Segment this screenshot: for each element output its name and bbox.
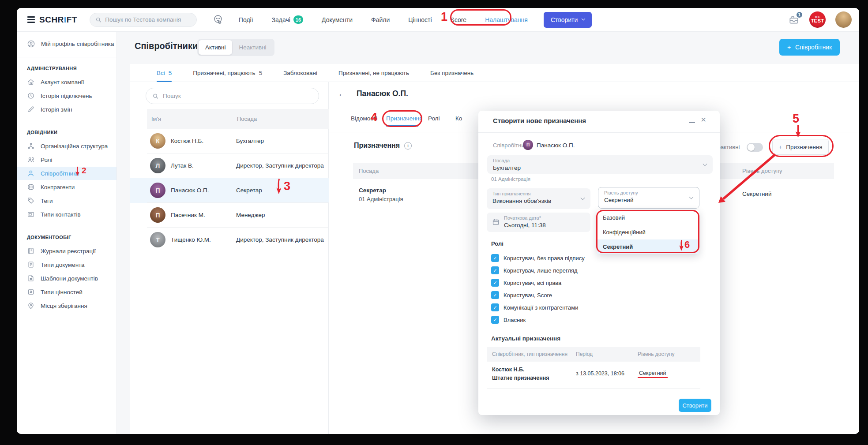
- company-brand-badge[interactable]: THE TEST: [809, 11, 826, 28]
- access-level-select[interactable]: Рівень доступу Секретний: [598, 187, 699, 209]
- sidebar-item-tags[interactable]: Теги: [17, 194, 116, 207]
- dropdown-option-confidential[interactable]: Конфіденційний: [597, 225, 699, 239]
- employee-search-input[interactable]: [163, 93, 312, 99]
- sidebar-item-roles[interactable]: Ролі: [17, 153, 116, 166]
- info-icon[interactable]: i: [404, 142, 412, 150]
- search-icon: [152, 93, 159, 100]
- employee-list-panel: Ім'я Посада К Костюк Н.Б. Бухгалтер Л Лу…: [130, 82, 329, 434]
- assignments-section-title: Призначення i: [354, 142, 412, 150]
- plus-icon: +: [787, 44, 791, 51]
- tab-blocked[interactable]: Заблоковані: [283, 64, 317, 82]
- close-icon[interactable]: ×: [701, 114, 706, 125]
- access-level-dropdown: Базовий Конфіденційний Секретний: [597, 210, 699, 254]
- employee-row[interactable]: Т Тищенко Ю.М. Директор, Заступник дирек…: [130, 228, 329, 252]
- modal-title: Створити нове призначення: [493, 117, 586, 124]
- sidebar-item-org-structure[interactable]: Організаційна структура: [17, 139, 116, 153]
- start-date-field[interactable]: Початкова дата* Сьогодні, 11:38: [487, 213, 590, 232]
- create-button[interactable]: Створити: [544, 12, 592, 28]
- checkbox-checked-icon[interactable]: ✓: [491, 316, 499, 324]
- sidebar-item-connection-history[interactable]: Історія підключень: [17, 89, 116, 102]
- segment-active[interactable]: Активні: [199, 40, 232, 55]
- plus-icon: +: [778, 144, 782, 150]
- dropdown-option-secret[interactable]: Секретний: [597, 239, 699, 254]
- role-checkbox-row[interactable]: ✓ Власник: [491, 316, 526, 324]
- app-logo[interactable]: SCHRIFT: [39, 15, 77, 25]
- top-navbar: SCHRIFT Події Задачі16 Документи Файли Ц…: [17, 8, 859, 32]
- employee-row[interactable]: Л Лутак В. Директор, Заступник директора: [130, 153, 329, 178]
- avatar: П: [523, 140, 533, 150]
- submit-create-button[interactable]: Створити: [679, 399, 711, 412]
- sidebar-item-storage-locations[interactable]: Місця зберігання: [17, 299, 116, 312]
- support-chat-icon[interactable]: [213, 14, 224, 25]
- inactive-toggle[interactable]: [747, 143, 763, 152]
- inbox-tray-icon[interactable]: 1: [788, 14, 800, 26]
- user-avatar[interactable]: [835, 11, 852, 28]
- segment-inactive[interactable]: Неактивні: [232, 40, 273, 55]
- toggle-knob: [748, 144, 755, 151]
- minimize-icon[interactable]: [689, 122, 695, 123]
- navbar-right: 1 THE TEST: [788, 11, 852, 28]
- dropdown-option-basic[interactable]: Базовий: [597, 210, 699, 225]
- role-checkbox-row[interactable]: ✓ Комунікації з контрагентами: [491, 303, 579, 311]
- checkbox-checked-icon[interactable]: ✓: [491, 266, 499, 274]
- roles-label: Ролі: [491, 240, 504, 247]
- sidebar-item-employees[interactable]: Співробітники: [17, 167, 116, 180]
- add-employee-button[interactable]: + Співробітник: [779, 39, 840, 56]
- journal-icon: [27, 247, 35, 255]
- position-select[interactable]: Посада Бухгалтер: [487, 155, 713, 174]
- location-pin-icon: [27, 302, 35, 310]
- role-checkbox-row[interactable]: ✓ Користувач, Score: [491, 291, 552, 299]
- active-tab-underline: [386, 125, 418, 127]
- nav-item-documents[interactable]: Документи: [322, 16, 353, 23]
- checkbox-checked-icon[interactable]: ✓: [491, 303, 499, 311]
- sidebar-item-registration-journals[interactable]: Журнали реєстрації: [17, 244, 116, 258]
- sidebar-item-counterparties[interactable]: Контрагенти: [17, 180, 116, 194]
- global-search-input[interactable]: [105, 16, 191, 23]
- sidebar-item-document-templates[interactable]: Шаблони документів: [17, 272, 116, 285]
- sidebar-item-company-account[interactable]: Акаунт компанії: [17, 75, 116, 89]
- role-checkbox-row[interactable]: ✓ Користувач, лише перегляд: [491, 266, 578, 274]
- nav-item-score[interactable]: Score: [451, 16, 467, 23]
- employee-row[interactable]: К Костюк Н.Б. Бухгалтер: [130, 129, 329, 153]
- menu-hamburger-icon[interactable]: [27, 16, 35, 23]
- tab-assigned-working[interactable]: Призначені, працюють5: [193, 64, 262, 82]
- employee-row-selected[interactable]: П Панасюк О.П. Секретар: [130, 178, 329, 203]
- checkbox-checked-icon[interactable]: ✓: [491, 254, 499, 262]
- role-checkbox-row[interactable]: ✓ Користувач, всі права: [491, 279, 561, 287]
- nav-item-values[interactable]: Цінності: [408, 16, 432, 23]
- employee-detail-title: Панасюк О.П.: [357, 89, 408, 98]
- sidebar-item-contact-types[interactable]: Типи контактів: [17, 208, 116, 221]
- tab-all[interactable]: Всі5: [157, 64, 172, 82]
- role-checkbox-row[interactable]: ✓ Користувач, без права підпису: [491, 254, 585, 262]
- checkbox-checked-icon[interactable]: ✓: [491, 291, 499, 299]
- detail-tab-assignments[interactable]: Призначення: [386, 115, 422, 122]
- create-assignment-modal: Створити нове призначення × Співробітник…: [478, 111, 720, 415]
- employee-filter-tabs: Всі5 Призначені, працюють5 Заблоковані П…: [130, 64, 859, 82]
- assignment-type-select[interactable]: Тип призначення Виконання обов'язків: [487, 188, 590, 209]
- sidebar: Мій профіль співробітника АДМІНІСТРУВАНН…: [17, 32, 117, 434]
- nav-item-settings[interactable]: Налаштування: [485, 16, 528, 23]
- global-search[interactable]: [90, 13, 197, 27]
- back-arrow-icon[interactable]: ←: [338, 88, 347, 99]
- employee-search[interactable]: [146, 88, 319, 104]
- nav-item-files[interactable]: Файли: [371, 16, 390, 23]
- detail-tab-info[interactable]: Відомості: [351, 115, 377, 122]
- detail-tab-roles[interactable]: Ролі: [428, 115, 440, 122]
- tray-count-badge: 1: [796, 11, 803, 19]
- tab-assigned-not-working[interactable]: Призначені, не працюють: [338, 64, 409, 82]
- sidebar-section-administration: АДМІНІСТРУВАННЯ Акаунт компанії Історія …: [17, 57, 116, 116]
- sidebar-item-value-types[interactable]: Типи цінностей: [17, 285, 116, 299]
- sidebar-item-my-profile[interactable]: Мій профіль співробітника: [17, 36, 116, 52]
- column-access-level: Рівень доступу: [742, 168, 782, 174]
- checkbox-checked-icon[interactable]: ✓: [491, 279, 499, 287]
- employee-row[interactable]: П Пасечник М. Менеджер: [130, 203, 329, 228]
- nav-item-tasks[interactable]: Задачі16: [272, 15, 304, 24]
- pencil-icon: [27, 105, 35, 113]
- sidebar-item-document-types[interactable]: Типи документа: [17, 258, 116, 271]
- tab-no-assignments[interactable]: Без призначень: [430, 64, 473, 82]
- add-assignment-button[interactable]: + Призначення: [772, 139, 829, 155]
- current-assignment-level: Секретний: [638, 370, 668, 378]
- sidebar-item-change-history[interactable]: Історія змін: [17, 103, 116, 116]
- nav-item-events[interactable]: Події: [239, 16, 253, 23]
- detail-tab-contacts[interactable]: Ко: [455, 115, 462, 122]
